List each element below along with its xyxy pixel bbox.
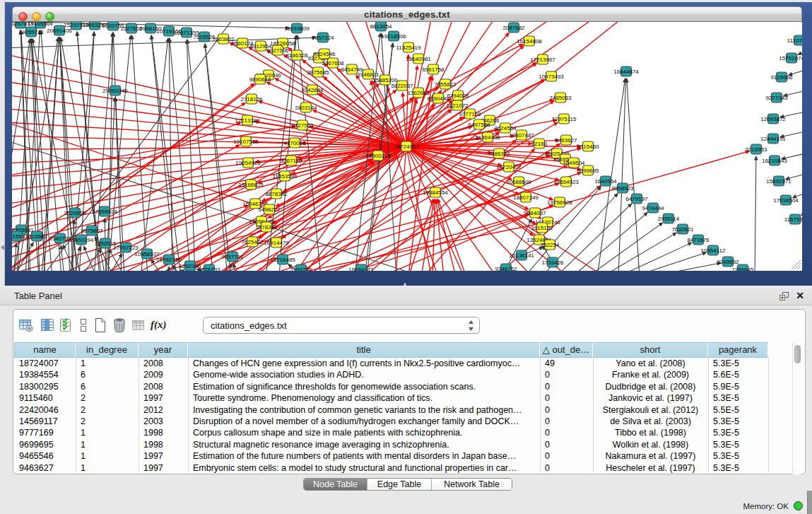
cell-year: 1998 xyxy=(139,439,188,450)
graph-edge[interactable] xyxy=(627,78,640,271)
column-header-year[interactable]: year xyxy=(139,342,188,358)
table-header-row[interactable]: namein_degreeyeartitle△ out_de…shortpage… xyxy=(14,342,768,358)
graph-edge[interactable] xyxy=(279,35,296,271)
graph-edge[interactable] xyxy=(618,78,626,271)
graph-edge[interactable] xyxy=(647,263,721,271)
graph-node-label: 1115682 xyxy=(26,233,48,240)
graph-node-label: 7632621 xyxy=(671,226,694,233)
graph-node-label: 9699695 xyxy=(577,168,599,174)
table-panel-titlebar: Table Panel ▲ ✕ xyxy=(0,286,812,305)
graph-node-label: 11353594 xyxy=(273,173,298,180)
column-gridline xyxy=(139,358,139,472)
tab-node-table[interactable]: Node Table xyxy=(304,479,367,490)
column-header-short[interactable]: short xyxy=(593,342,708,358)
cell-short: Nakamura et al. (1997) xyxy=(593,450,708,462)
cell-year: 1997 xyxy=(139,462,188,473)
graph-edge[interactable] xyxy=(101,84,379,271)
table-row[interactable]: 1872400712008Changes of HCN gene express… xyxy=(14,358,792,369)
memory-ok-indicator xyxy=(794,501,803,510)
table-columns-icon[interactable] xyxy=(40,317,55,333)
graph-node-label: 2718126 xyxy=(240,96,263,103)
graph-node-label: 8471676 xyxy=(687,237,710,243)
cell-pagerank: 5.3E-5 xyxy=(708,427,768,438)
graph-node-label: 9515460 xyxy=(577,144,599,150)
graph-edge[interactable] xyxy=(169,38,172,271)
cell-out-de-: 0 xyxy=(540,450,593,462)
table-row[interactable]: 2242004622012Investigating the contribut… xyxy=(14,404,792,416)
cell-name: 14569117 xyxy=(14,416,76,427)
new-document-icon[interactable] xyxy=(93,317,108,333)
cytoscape-app: citations_edges.txt 18724007162570131405… xyxy=(0,0,812,514)
close-panel-icon[interactable]: ✕ xyxy=(796,291,804,300)
trash-icon[interactable] xyxy=(112,317,127,333)
graph-node-label: 3215953 xyxy=(745,146,767,153)
cell-pagerank: 5.9E-5 xyxy=(708,381,768,392)
network-canvas[interactable]: 1872400716257013140557121910556420691406… xyxy=(12,22,802,271)
table-row[interactable]: 969969511998Structural magnetic resonanc… xyxy=(14,439,792,450)
table-row[interactable]: 1938455462009Genome-wide association stu… xyxy=(14,369,792,380)
graph-node-label: 10688609 xyxy=(506,179,531,185)
graph-edge[interactable] xyxy=(433,199,435,271)
table-row[interactable]: 946554611997Estimation of the future num… xyxy=(14,450,792,462)
column-header-title[interactable]: title xyxy=(188,342,540,358)
network-window-titlebar[interactable]: citations_edges.txt xyxy=(12,6,802,22)
graph-node-label: 20691406 xyxy=(47,28,72,34)
graph-node-label: 1640954 xyxy=(594,178,617,185)
trash-icon-part xyxy=(117,320,122,321)
column-header-pagerank[interactable]: pagerank xyxy=(708,342,768,358)
table-row[interactable]: 946362711997Embryonic stem cells: a mode… xyxy=(14,462,792,473)
cell-name: 9699695 xyxy=(14,439,76,450)
table-row[interactable]: 911546021997Tourette syndrome. Phenomeno… xyxy=(14,392,792,404)
tab-edge-table[interactable]: Edge Table xyxy=(367,479,432,490)
graph-node-label: 252254 xyxy=(541,242,560,248)
graph-edge[interactable] xyxy=(113,33,122,271)
cell-title: Embryonic stem cells: a model to study s… xyxy=(188,462,540,473)
graph-edge[interactable] xyxy=(617,243,691,271)
graph-edge[interactable] xyxy=(12,127,295,177)
cell-in-degree: 1 xyxy=(76,427,139,438)
cell-title: Structural magnetic resonance image aver… xyxy=(188,439,540,450)
column-gridline xyxy=(593,358,594,472)
table-settings-icon[interactable] xyxy=(18,317,34,333)
table-panel-title: Table Panel xyxy=(14,291,62,301)
import-table-icon[interactable] xyxy=(131,317,146,333)
cell-out-de-: 0 xyxy=(540,416,593,427)
graph-node-label: 7986322 xyxy=(488,151,510,157)
scrollbar-thumb[interactable] xyxy=(794,345,801,363)
column-header-in-degree[interactable]: in_degree xyxy=(76,342,139,358)
graph-edge[interactable] xyxy=(267,82,406,146)
graph-edge[interactable] xyxy=(755,156,756,271)
collapse-panel-arrow-icon[interactable] xyxy=(1,245,4,250)
graph-node-label: 9324546 xyxy=(313,51,336,57)
table-scrollbar[interactable] xyxy=(792,342,801,474)
column-header-out-de-[interactable]: △ out_de… xyxy=(540,342,593,358)
table-row[interactable]: 1456911722003Disruption of a novel membe… xyxy=(14,416,792,427)
tab-network-table[interactable]: Network Table xyxy=(432,479,512,490)
graph-node-label: 11107062 xyxy=(787,37,802,44)
graph-node-label: 8990448 xyxy=(427,95,449,102)
graph-node-label: 18724007 xyxy=(394,144,419,150)
combobox-arrows-icon-part xyxy=(469,320,473,324)
cell-in-degree: 1 xyxy=(76,358,139,369)
graph-edge[interactable] xyxy=(597,78,625,271)
function-builder-icon[interactable]: f(x) xyxy=(151,319,169,334)
network-graph[interactable]: 1872400716257013140557121910556420691406… xyxy=(12,22,802,271)
left-edge-strip xyxy=(0,0,5,286)
float-window-icon[interactable] xyxy=(779,292,789,300)
resize-grip-icon[interactable] xyxy=(794,263,801,269)
table-row[interactable]: 1830029562008Estimation of significance … xyxy=(14,381,792,392)
graph-edge[interactable] xyxy=(151,35,181,271)
panel-divider-handle[interactable]: ▲ xyxy=(402,281,408,287)
graph-node-label: 16782759 xyxy=(156,257,182,263)
table-panel: Table Panel ▲ ✕ xyxy=(0,286,812,514)
table-row[interactable]: 977716911998Corpus callosum shape and si… xyxy=(14,427,792,438)
cell-year: 1997 xyxy=(139,450,188,462)
table-select-combobox[interactable]: citations_edges.txt xyxy=(203,317,480,334)
graph-node-label: 19218506 xyxy=(381,33,406,40)
cell-year: 2008 xyxy=(139,358,188,369)
graph-node-label: 10973493 xyxy=(539,74,564,80)
row-height-icon[interactable] xyxy=(78,317,88,333)
memory-status-label: Memory: OK xyxy=(743,502,789,510)
select-rows-icon[interactable] xyxy=(59,317,74,333)
column-header-name[interactable]: name xyxy=(14,342,76,358)
